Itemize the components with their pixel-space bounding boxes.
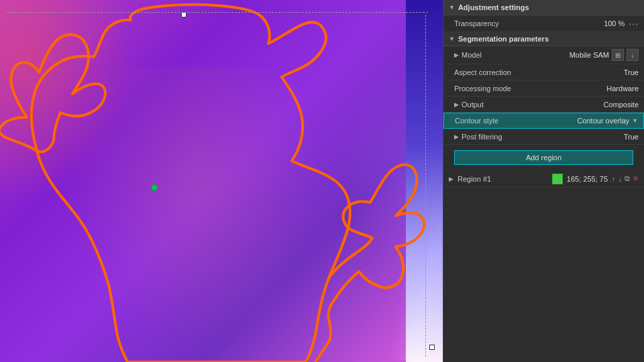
main-container: ▼ Adjustment settings Transparency 100 %… [0,0,644,362]
region-up-icon[interactable]: ↑ [612,175,616,183]
adjustment-settings-title: Adjustment settings [458,3,529,11]
output-label: Output [462,101,603,109]
selection-border-top [7,12,428,13]
aspect-correction-row: Aspect correction True [443,64,644,80]
contour-style-value: Contour overlay [577,117,629,125]
model-icons: ⊞ ↓ [612,49,639,61]
output-row: ▶ Output Composite [443,97,644,113]
model-import-icon[interactable]: ⊞ [612,49,624,61]
right-panel: ▼ Adjustment settings Transparency 100 %… [443,0,644,362]
canvas-area [0,0,443,362]
model-row: ▶ Model Mobile SAM ⊞ ↓ [443,46,644,64]
add-region-container: Add region [443,145,644,170]
processing-mode-value: Hardware [606,84,639,93]
region-down-icon[interactable]: ↓ [619,175,623,183]
model-value: Mobile SAM [570,51,609,59]
settings-panel: ▼ Adjustment settings Transparency 100 %… [443,0,644,362]
transparency-menu-icon[interactable]: ··· [629,18,639,29]
transparency-value: 100 % [604,19,625,27]
output-arrow-icon[interactable]: ▶ [454,101,459,108]
control-point[interactable] [151,184,158,191]
region-label: Region #1 [458,175,548,183]
add-region-button[interactable]: Add region [454,150,633,165]
region-color-swatch[interactable] [552,174,563,184]
post-filtering-row: ▶ Post filtering True [443,129,644,145]
region-row: ▶ Region #1 165; 255; 75 ↑ ↓ ⧉ ✕ [443,170,644,188]
selection-border-right [425,15,426,357]
post-filtering-label: Post filtering [462,133,624,141]
transparency-label: Transparency [454,19,604,27]
segmentation-header[interactable]: ▼ Segmentation parameters [443,32,644,46]
post-filtering-arrow-icon[interactable]: ▶ [454,133,459,140]
region-values: 165; 255; 75 [567,175,608,183]
contour-style-dropdown-icon[interactable]: ▼ [632,117,638,124]
contour-overlay [0,0,443,362]
region-expand-icon[interactable]: ▶ [449,176,453,182]
processing-mode-row: Processing mode Hardware [443,80,644,97]
segmentation-title: Segmentation parameters [458,35,549,43]
output-value: Composite [603,101,639,109]
segmentation-arrow-icon: ▼ [449,36,455,42]
model-expand-icon[interactable]: ▶ [454,52,459,58]
canvas-image [0,0,443,362]
adjustment-settings-header[interactable]: ▼ Adjustment settings [443,0,644,15]
adjustment-arrow-icon: ▼ [449,4,455,11]
selection-handle-top[interactable] [181,12,186,17]
transparency-row: Transparency 100 % ··· [443,15,644,32]
model-download-icon[interactable]: ↓ [627,49,639,61]
contour-style-value-container: Contour overlay ▼ [577,117,638,125]
region-delete-icon[interactable]: ✕ [633,174,639,183]
contour-style-label: Contour style [455,117,577,125]
contour-style-row[interactable]: Contour style Contour overlay ▼ [443,113,644,129]
region-copy-icon[interactable]: ⧉ [625,174,630,183]
aspect-correction-value: True [624,68,639,76]
post-filtering-value: True [624,133,639,141]
processing-mode-label: Processing mode [454,84,606,93]
selection-handle-bottom[interactable] [429,345,435,350]
aspect-correction-label: Aspect correction [454,68,624,76]
model-label: Model [462,51,570,59]
region-action-icons: ↑ ↓ ⧉ ✕ [612,174,639,183]
